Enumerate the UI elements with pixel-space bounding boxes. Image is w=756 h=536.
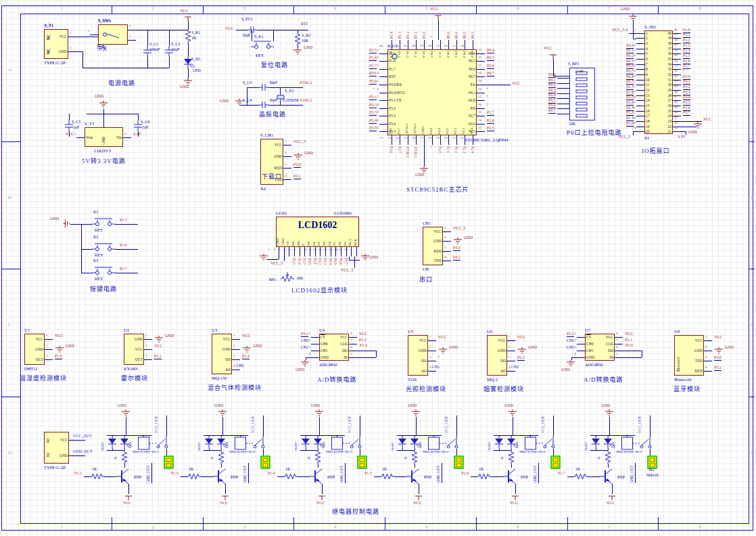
zone-tick bbox=[476, 5, 477, 14]
zone-label: 6 bbox=[517, 525, 519, 531]
zone-tick bbox=[203, 517, 204, 531]
zone-tick bbox=[112, 517, 112, 531]
zone-tick bbox=[658, 5, 659, 14]
zone-label: 5 bbox=[425, 525, 428, 531]
zone-label: 7 bbox=[608, 525, 611, 531]
zone-label: 7 bbox=[608, 6, 611, 12]
zone-label: D bbox=[8, 451, 11, 456]
zone-label: D bbox=[751, 451, 754, 456]
zone-label: 6 bbox=[517, 6, 519, 12]
zone-tick bbox=[293, 5, 294, 14]
zone-tick bbox=[749, 397, 755, 397]
zone-label: B bbox=[751, 196, 754, 201]
zone-label: 1 bbox=[61, 6, 64, 12]
zone-label: 2 bbox=[152, 6, 155, 12]
zone-tick bbox=[749, 141, 755, 142]
zone-tick bbox=[476, 517, 477, 531]
zone-label: C bbox=[8, 323, 11, 328]
zone-tick bbox=[385, 5, 385, 14]
zone-tick bbox=[1, 397, 20, 397]
zone-label: 4 bbox=[334, 525, 337, 531]
zone-tick bbox=[567, 5, 568, 14]
zone-label: 1 bbox=[61, 525, 64, 531]
zone-label: 8 bbox=[699, 6, 701, 12]
zone-tick bbox=[567, 517, 568, 531]
zone-label: B bbox=[8, 196, 11, 201]
zone-tick bbox=[749, 269, 755, 269]
zone-label: 3 bbox=[243, 6, 246, 12]
zone-label: 8 bbox=[699, 525, 701, 531]
zone-tick bbox=[385, 517, 385, 531]
zone-label: 3 bbox=[243, 525, 246, 531]
schematic-canvas: S_T1TYPE-C-2PNCNCVCC1GND2S_SW1开关231S_CH1… bbox=[0, 0, 756, 536]
zone-tick bbox=[112, 5, 112, 14]
zone-label: A bbox=[8, 68, 11, 73]
zone-label: 5 bbox=[425, 6, 428, 12]
zone-tick bbox=[203, 5, 204, 14]
sheet-border bbox=[20, 14, 749, 524]
zone-tick bbox=[1, 269, 20, 269]
zone-label: A bbox=[751, 68, 754, 73]
zone-label: C bbox=[751, 323, 754, 328]
zone-tick bbox=[658, 517, 659, 531]
zone-label: 2 bbox=[152, 525, 155, 531]
zone-tick bbox=[293, 517, 294, 531]
zone-tick bbox=[1, 141, 20, 142]
zone-label: 4 bbox=[334, 6, 337, 12]
